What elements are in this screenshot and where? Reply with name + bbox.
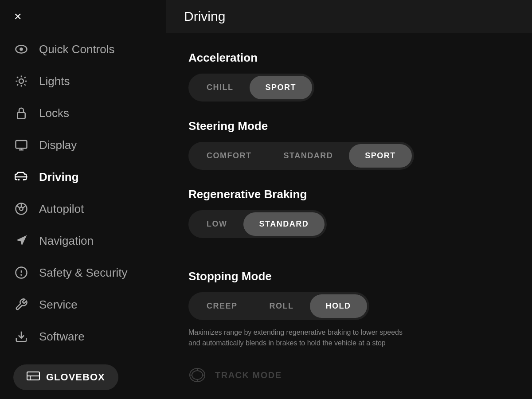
regenerative-braking-title: Regenerative Braking <box>188 188 510 201</box>
track-mode-icon <box>188 366 206 384</box>
section-divider <box>188 256 510 256</box>
stopping-toggle-group: CREEP ROLL HOLD <box>188 292 369 320</box>
steering-sport-button[interactable]: SPORT <box>349 144 412 168</box>
close-button[interactable]: ✕ <box>9 8 27 26</box>
sidebar-item-label: Software <box>39 330 85 344</box>
car-icon <box>13 169 29 185</box>
sidebar-item-label: Service <box>39 298 78 312</box>
svg-line-21 <box>17 206 20 208</box>
regen-low-button[interactable]: LOW <box>191 212 243 236</box>
steering-comfort-button[interactable]: COMFORT <box>191 144 267 168</box>
sidebar-item-autopilot[interactable]: Autopilot <box>0 193 166 225</box>
svg-point-1 <box>20 47 23 51</box>
safety-icon <box>13 265 29 281</box>
sidebar-item-service[interactable]: Service <box>0 289 166 321</box>
regenerative-braking-section: Regenerative Braking LOW STANDARD <box>188 188 510 238</box>
steering-standard-button[interactable]: STANDARD <box>267 144 349 168</box>
svg-line-8 <box>24 84 26 86</box>
sun-icon <box>13 73 29 89</box>
main-panel: Driving Acceleration CHILL SPORT Steerin… <box>166 0 532 399</box>
wrench-icon <box>13 297 29 313</box>
nav-list: Quick Controls Lights Locks Display <box>0 33 166 352</box>
svg-marker-23 <box>16 235 27 246</box>
svg-line-7 <box>17 77 18 78</box>
sidebar-item-display[interactable]: Display <box>0 129 166 161</box>
track-mode-label: TRACK MODE <box>215 370 282 380</box>
acceleration-chill-button[interactable]: CHILL <box>191 76 250 99</box>
download-icon <box>13 329 29 344</box>
track-mode-area: TRACK MODE <box>188 366 510 384</box>
sidebar-item-label: Autopilot <box>39 202 84 216</box>
steering-mode-title: Steering Mode <box>188 119 510 133</box>
sidebar-item-lights[interactable]: Lights <box>0 65 166 97</box>
steering-icon <box>13 201 29 217</box>
stopping-mode-title: Stopping Mode <box>188 270 510 283</box>
sidebar-item-label: Lights <box>39 74 70 88</box>
sidebar: ✕ Quick Controls Lights Locks <box>0 0 166 399</box>
svg-line-10 <box>24 77 26 78</box>
sidebar-item-software[interactable]: Software <box>0 321 166 352</box>
sidebar-item-locks[interactable]: Locks <box>0 97 166 129</box>
steering-mode-section: Steering Mode COMFORT STANDARD SPORT <box>188 119 510 170</box>
svg-point-16 <box>23 179 25 180</box>
regen-toggle-group: LOW STANDARD <box>188 210 327 238</box>
main-body: Acceleration CHILL SPORT Steering Mode C… <box>166 33 532 399</box>
sidebar-item-label: Display <box>39 138 77 152</box>
glovebox-icon <box>27 372 40 383</box>
regen-standard-button[interactable]: STANDARD <box>243 212 325 236</box>
sidebar-item-driving[interactable]: Driving <box>0 161 166 193</box>
glovebox-button[interactable]: GLOVEBOX <box>13 364 118 390</box>
svg-rect-11 <box>17 113 25 119</box>
acceleration-toggle-group: CHILL SPORT <box>188 74 314 102</box>
sidebar-item-label: Navigation <box>39 234 94 248</box>
stopping-mode-description: Maximizes range by extending regenerativ… <box>188 327 410 348</box>
navigate-icon <box>13 233 29 249</box>
steering-toggle-group: COMFORT STANDARD SPORT <box>188 142 414 170</box>
sidebar-item-navigation[interactable]: Navigation <box>0 225 166 257</box>
sidebar-item-label: Quick Controls <box>39 43 115 56</box>
svg-line-22 <box>23 206 26 208</box>
svg-point-2 <box>19 79 23 83</box>
sidebar-item-quick-controls[interactable]: Quick Controls <box>0 33 166 65</box>
glovebox-label: GLOVEBOX <box>46 372 105 383</box>
svg-point-26 <box>21 274 21 275</box>
svg-line-9 <box>17 84 18 86</box>
sidebar-item-label: Driving <box>39 170 79 184</box>
main-header: Driving <box>166 0 532 33</box>
eye-icon <box>13 41 29 57</box>
display-icon <box>13 137 29 153</box>
svg-point-19 <box>20 207 23 211</box>
stopping-hold-button[interactable]: HOLD <box>310 294 367 318</box>
acceleration-title: Acceleration <box>188 51 510 65</box>
sidebar-item-label: Safety & Security <box>39 266 127 280</box>
lock-icon <box>13 105 29 121</box>
stopping-creep-button[interactable]: CREEP <box>191 294 254 318</box>
acceleration-section: Acceleration CHILL SPORT <box>188 51 510 102</box>
svg-rect-12 <box>16 141 27 149</box>
page-title: Driving <box>184 9 225 24</box>
stopping-mode-section: Stopping Mode CREEP ROLL HOLD Maximizes … <box>188 270 510 348</box>
acceleration-sport-button[interactable]: SPORT <box>250 76 313 99</box>
svg-point-15 <box>18 179 20 180</box>
stopping-roll-button[interactable]: ROLL <box>254 294 310 318</box>
sidebar-item-safety-security[interactable]: Safety & Security <box>0 257 166 289</box>
sidebar-item-label: Locks <box>39 106 69 120</box>
